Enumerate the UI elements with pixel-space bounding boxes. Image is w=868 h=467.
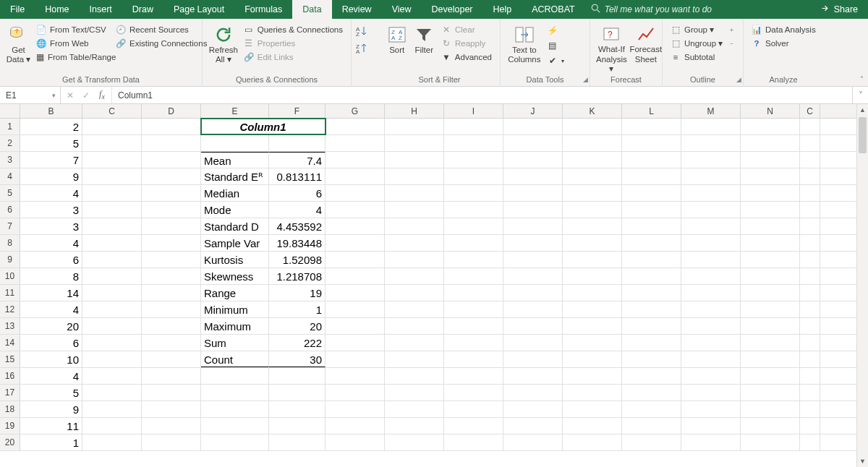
column-header[interactable]: F <box>269 104 326 118</box>
cell[interactable] <box>503 368 563 384</box>
scroll-down-button[interactable]: ▼ <box>857 455 868 467</box>
cell[interactable] <box>82 285 142 301</box>
cell[interactable] <box>269 434 326 450</box>
cell[interactable] <box>503 152 563 168</box>
cell[interactable] <box>82 301 142 317</box>
row-header[interactable]: 8 <box>0 235 20 251</box>
cell[interactable] <box>800 351 820 367</box>
cell[interactable] <box>142 202 201 218</box>
cell[interactable] <box>563 385 622 400</box>
cell[interactable] <box>800 285 820 301</box>
cell[interactable]: 7 <box>20 152 82 168</box>
cell[interactable] <box>385 434 444 450</box>
cell[interactable] <box>741 418 800 434</box>
cell[interactable] <box>82 119 142 134</box>
cell[interactable] <box>385 168 444 184</box>
column-header[interactable]: M <box>681 104 741 118</box>
cell[interactable] <box>82 418 142 434</box>
cell[interactable] <box>622 152 681 168</box>
sort-button[interactable]: ZAAZ Sort <box>383 21 411 74</box>
flash-fill-button[interactable]: ⚡ <box>544 24 585 37</box>
cell[interactable] <box>326 268 385 284</box>
cell[interactable] <box>269 368 326 384</box>
cell[interactable] <box>142 318 201 334</box>
cell[interactable] <box>681 252 741 267</box>
cell[interactable] <box>503 268 563 284</box>
cell[interactable] <box>385 268 444 284</box>
row-header[interactable]: 11 <box>0 285 20 301</box>
cell[interactable] <box>326 168 385 184</box>
cell[interactable] <box>622 351 681 367</box>
cell[interactable] <box>326 401 385 417</box>
cell[interactable] <box>622 268 681 284</box>
get-data-button[interactable]: Get Data ▾ <box>4 21 33 74</box>
cell[interactable]: 5 <box>20 135 82 151</box>
cell[interactable] <box>563 318 622 334</box>
cell[interactable] <box>622 368 681 384</box>
tab-help[interactable]: Help <box>483 0 522 19</box>
cell[interactable] <box>142 301 201 317</box>
cell[interactable] <box>444 385 503 400</box>
tab-draw[interactable]: Draw <box>122 0 163 19</box>
column-header[interactable]: B <box>20 104 82 118</box>
cell[interactable] <box>269 385 326 400</box>
cell[interactable] <box>201 401 269 417</box>
cell[interactable] <box>622 335 681 351</box>
cell[interactable] <box>82 335 142 351</box>
cell[interactable] <box>385 185 444 201</box>
cell[interactable] <box>503 318 563 334</box>
advanced-filter-button[interactable]: ▼Advanced <box>438 51 495 64</box>
row-header[interactable]: 15 <box>0 351 20 367</box>
cell[interactable] <box>385 301 444 317</box>
cell[interactable] <box>444 268 503 284</box>
row-header[interactable]: 5 <box>0 185 20 201</box>
cell[interactable] <box>82 252 142 267</box>
cell[interactable] <box>142 335 201 351</box>
cell[interactable]: Median <box>201 185 269 201</box>
cell[interactable]: Standard D <box>201 218 269 234</box>
cell[interactable] <box>800 119 820 134</box>
row-header[interactable]: 12 <box>0 301 20 317</box>
cell[interactable] <box>326 368 385 384</box>
column-header[interactable]: N <box>741 104 800 118</box>
row-header[interactable]: 16 <box>0 368 20 384</box>
cell[interactable] <box>142 285 201 301</box>
cell[interactable] <box>741 168 800 184</box>
cell[interactable] <box>326 235 385 251</box>
cell[interactable] <box>444 301 503 317</box>
cell[interactable] <box>385 368 444 384</box>
cell[interactable] <box>326 185 385 201</box>
cell[interactable] <box>503 418 563 434</box>
cell[interactable]: 6 <box>20 252 82 267</box>
cell[interactable] <box>444 185 503 201</box>
cell[interactable] <box>444 418 503 434</box>
cell[interactable]: 14 <box>20 285 82 301</box>
edit-links-button[interactable]: 🔗Edit Links <box>240 51 346 64</box>
cell[interactable] <box>326 285 385 301</box>
cell[interactable] <box>82 434 142 450</box>
cell[interactable] <box>800 385 820 400</box>
from-table-range-button[interactable]: ▦From Table/Range <box>33 51 112 64</box>
cell[interactable] <box>444 152 503 168</box>
cell[interactable]: Kurtosis <box>201 252 269 267</box>
cell[interactable] <box>681 185 741 201</box>
properties-button[interactable]: ☰Properties <box>240 37 346 50</box>
cell[interactable] <box>741 218 800 234</box>
cell[interactable] <box>385 152 444 168</box>
cell[interactable] <box>201 368 269 384</box>
share-button[interactable]: Share <box>810 0 868 19</box>
cell[interactable] <box>681 385 741 400</box>
cell[interactable] <box>622 252 681 267</box>
cell[interactable]: 9 <box>20 168 82 184</box>
cell[interactable] <box>326 318 385 334</box>
cell[interactable] <box>142 218 201 234</box>
cell[interactable] <box>681 202 741 218</box>
select-all-corner[interactable] <box>0 104 20 118</box>
column-header[interactable]: C <box>800 104 820 118</box>
cell[interactable] <box>681 418 741 434</box>
cell[interactable] <box>142 119 201 134</box>
cell[interactable] <box>444 368 503 384</box>
cell[interactable] <box>622 385 681 400</box>
cell[interactable] <box>444 434 503 450</box>
cell[interactable] <box>563 335 622 351</box>
